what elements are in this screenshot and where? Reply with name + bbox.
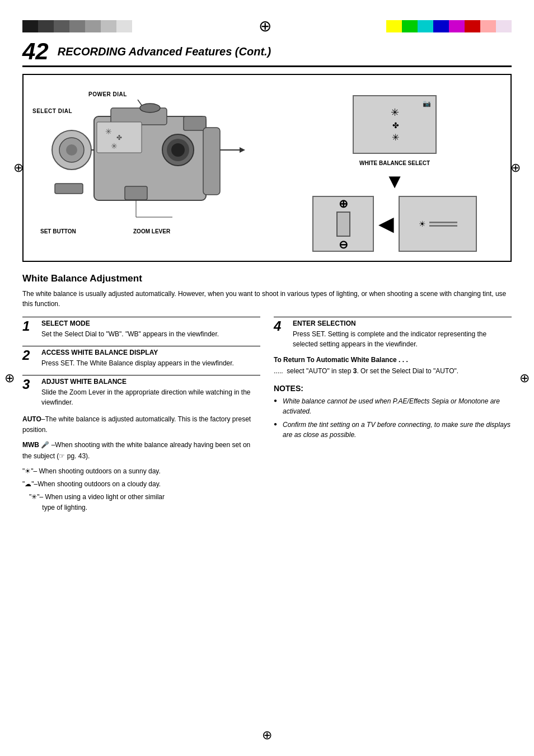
svg-line-3 bbox=[138, 100, 142, 105]
step-1-content: SELECT MODE Set the Select Dial to "WB".… bbox=[41, 320, 260, 339]
svg-marker-20 bbox=[240, 147, 245, 153]
reg-mark-right: ⊕ bbox=[510, 161, 521, 175]
color-bar-section: ⊕ bbox=[22, 17, 512, 35]
step-3-heading: ADJUST WHITE BALANCE bbox=[41, 378, 260, 386]
color-bar bbox=[386, 20, 512, 32]
step-2-content: ACCESS WHITE BALANCE DISPLAY Press SET. … bbox=[41, 349, 260, 368]
reg-mark-right-page: ⊕ bbox=[519, 371, 530, 386]
step-2-text: Press SET. The White Balance display app… bbox=[41, 358, 260, 368]
step-1-text: Set the Select Dial to "WB". "WB" appear… bbox=[41, 329, 260, 339]
step-4: 4 ENTER SELECTION Press SET. Setting is … bbox=[274, 317, 512, 349]
body-text-mwb: MWB 🎤 –When shooting with the white bala… bbox=[22, 440, 260, 461]
arrow-down: ▼ bbox=[385, 171, 405, 191]
svg-rect-7 bbox=[184, 116, 206, 130]
power-dial-label: POWER DIAL bbox=[88, 91, 127, 97]
step-4-text: Press SET. Setting is complete and the i… bbox=[293, 329, 512, 349]
select-dial-label: SELECT DIAL bbox=[32, 108, 72, 114]
reg-mark-left-page: ⊕ bbox=[4, 371, 15, 386]
svg-point-2 bbox=[140, 104, 160, 112]
camera-diagram: ✳ ✤ ✳ bbox=[38, 100, 273, 234]
right-column: 4 ENTER SELECTION Press SET. Setting is … bbox=[274, 317, 512, 516]
arrow-left: ◀ bbox=[378, 212, 394, 236]
step-3-content: ADJUST WHITE BALANCE Slide the Zoom Leve… bbox=[41, 378, 260, 407]
step-3: 3 ADJUST WHITE BALANCE Slide the Zoom Le… bbox=[22, 375, 260, 407]
diagram-box: POWER DIAL SELECT DIAL bbox=[22, 74, 512, 262]
gray-bar bbox=[22, 20, 132, 32]
step-2: 2 ACCESS WHITE BALANCE DISPLAY Press SET… bbox=[22, 346, 260, 368]
svg-text:✳: ✳ bbox=[111, 142, 118, 151]
step-4-content: ENTER SELECTION Press SET. Setting is co… bbox=[293, 320, 512, 349]
crosshair-top: ⊕ bbox=[259, 17, 271, 35]
body-text-cloudy: "☁"–When shooting outdoors on a cloudy d… bbox=[22, 479, 260, 490]
note-1: White balance cannot be used when P.AE/E… bbox=[274, 396, 512, 416]
left-column: 1 SELECT MODE Set the Select Dial to "WB… bbox=[22, 317, 260, 516]
return-section: To Return To Automatic White Balance . .… bbox=[274, 356, 512, 376]
page-number: 42 bbox=[22, 40, 49, 63]
set-button-label: SET BUTTON bbox=[40, 228, 76, 234]
recording-label: RECORDING bbox=[58, 45, 126, 58]
step-4-number: 4 bbox=[274, 320, 289, 349]
step-2-number: 2 bbox=[22, 349, 38, 368]
title-suffix: Advanced Features (Cont.) bbox=[129, 45, 271, 58]
svg-text:✤: ✤ bbox=[116, 134, 122, 142]
notes-heading: NOTES: bbox=[274, 384, 512, 393]
intro-text: The white balance is usually adjusted au… bbox=[22, 289, 512, 309]
svg-rect-12 bbox=[55, 184, 83, 194]
page-header: 42 RECORDING Advanced Features (Cont.) bbox=[22, 40, 512, 67]
step-4-heading: ENTER SELECTION bbox=[293, 320, 512, 327]
page-title: RECORDING Advanced Features (Cont.) bbox=[58, 45, 271, 58]
step-3-text: Slide the Zoom Lever in the appropriate … bbox=[41, 387, 260, 407]
svg-rect-13 bbox=[125, 186, 147, 200]
reg-mark-left: ⊕ bbox=[13, 161, 24, 175]
svg-text:✳: ✳ bbox=[105, 127, 112, 136]
section-title: White Balance Adjustment bbox=[22, 273, 512, 284]
note-2: Confirm the tint setting on a TV before … bbox=[274, 420, 512, 440]
body-text-video: "✳"– When using a video light or other s… bbox=[22, 492, 260, 513]
step-1-heading: SELECT MODE bbox=[41, 320, 260, 327]
svg-point-6 bbox=[171, 143, 185, 157]
wb-select-label: WHITE BALANCE SELECT bbox=[359, 160, 430, 166]
content-section: White Balance Adjustment The white balan… bbox=[22, 273, 512, 516]
step-2-heading: ACCESS WHITE BALANCE DISPLAY bbox=[41, 349, 260, 356]
svg-point-10 bbox=[66, 144, 77, 156]
return-heading: To Return To Automatic White Balance . .… bbox=[274, 356, 512, 364]
notes-section: NOTES: White balance cannot be used when… bbox=[274, 384, 512, 440]
page-container: ⊕ 42 RECORDING Advanced Features (Cont.) bbox=[0, 0, 534, 756]
step-1-number: 1 bbox=[22, 320, 38, 339]
zoom-lever-label: ZOOM LEVER bbox=[133, 228, 170, 234]
reg-mark-bottom: ⊕ bbox=[262, 728, 272, 743]
svg-rect-14 bbox=[203, 128, 220, 195]
step-3-number: 3 bbox=[22, 378, 38, 407]
body-text-sunny: "☀"– When shooting outdoors on a sunny d… bbox=[22, 466, 260, 477]
step-1: 1 SELECT MODE Set the Select Dial to "WB… bbox=[22, 317, 260, 339]
return-text: ..... select "AUTO" in step 3. Or set th… bbox=[274, 366, 512, 376]
body-text-auto: AUTO–The white balance is adjusted autom… bbox=[22, 414, 260, 435]
two-column-layout: 1 SELECT MODE Set the Select Dial to "WB… bbox=[22, 317, 512, 516]
